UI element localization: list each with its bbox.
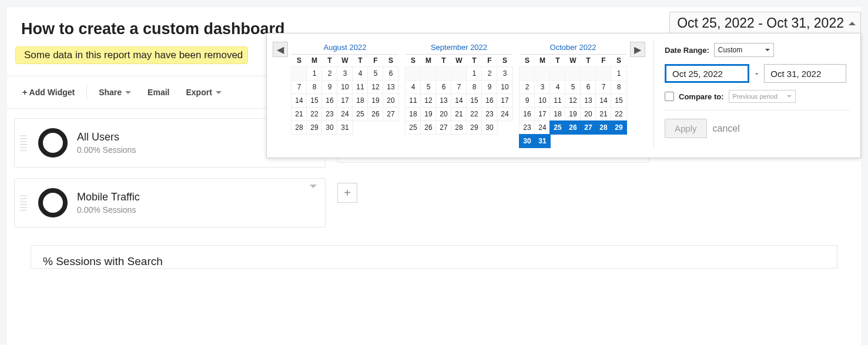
calendar-day[interactable]: 22 [466, 107, 482, 121]
calendar-day[interactable]: 28 [595, 120, 612, 135]
calendar-day[interactable]: 31 [534, 134, 551, 148]
calendar-day[interactable]: 9 [519, 93, 535, 108]
calendar-day[interactable]: 9 [481, 80, 498, 94]
calendar-day[interactable]: 11 [352, 80, 368, 94]
calendar-day[interactable]: 23 [519, 120, 535, 135]
calendar-next-button[interactable]: ▶ [630, 42, 645, 57]
calendar-day[interactable]: 1 [306, 66, 323, 81]
calendar-day[interactable]: 12 [420, 93, 437, 108]
calendar-day[interactable]: 10 [534, 93, 551, 108]
calendar-day[interactable]: 2 [321, 66, 338, 81]
calendar-day[interactable]: 21 [451, 107, 467, 121]
share-button[interactable]: Share [91, 88, 139, 97]
export-button[interactable]: Export [177, 88, 229, 97]
calendar-day[interactable]: 20 [383, 93, 399, 108]
calendar-day[interactable]: 29 [466, 120, 482, 135]
calendar-day[interactable]: 17 [534, 107, 551, 121]
calendar-day[interactable]: 8 [466, 80, 482, 94]
add-widget-placeholder-button[interactable]: + [337, 183, 357, 203]
calendar-day[interactable]: 25 [549, 120, 566, 135]
calendar-day[interactable]: 24 [497, 107, 513, 121]
calendar-day[interactable]: 2 [481, 66, 498, 81]
widget-mobile-traffic[interactable]: Mobile Traffic 0.00% Sessions [14, 178, 326, 227]
calendar-day[interactable]: 6 [435, 80, 452, 94]
daterange-mode-select[interactable]: Custom [714, 43, 774, 57]
calendar-day[interactable]: 7 [451, 80, 467, 94]
calendar-day[interactable]: 25 [405, 120, 421, 135]
calendar-day[interactable]: 23 [481, 107, 498, 121]
calendar-day[interactable]: 26 [367, 107, 384, 121]
chevron-down-icon[interactable] [310, 185, 317, 192]
apply-button[interactable]: Apply [665, 119, 707, 138]
drag-handle-icon[interactable] [18, 195, 29, 211]
calendar-day[interactable]: 29 [306, 120, 323, 135]
calendar-day[interactable]: 5 [420, 80, 437, 94]
calendar-day[interactable]: 13 [435, 93, 452, 108]
calendar-day[interactable]: 1 [611, 66, 627, 81]
calendar-day[interactable]: 22 [306, 107, 323, 121]
calendar-day[interactable]: 4 [405, 80, 421, 94]
calendar-day[interactable]: 10 [337, 80, 353, 94]
drag-handle-icon[interactable] [18, 135, 29, 151]
calendar-day[interactable]: 30 [321, 120, 338, 135]
calendar-day[interactable]: 30 [519, 134, 535, 148]
calendar-day[interactable]: 7 [595, 80, 612, 94]
calendar-day[interactable]: 30 [481, 120, 498, 135]
calendar-prev-button[interactable]: ◀ [273, 42, 288, 57]
calendar-day[interactable]: 15 [306, 93, 323, 108]
calendar-day[interactable]: 20 [435, 107, 452, 121]
calendar-day[interactable]: 3 [534, 80, 551, 94]
calendar-day[interactable]: 4 [549, 80, 566, 94]
widget-sessions-with-search[interactable]: % Sessions with Search [31, 245, 837, 269]
calendar-day[interactable]: 29 [611, 120, 627, 135]
calendar-day[interactable]: 19 [367, 93, 384, 108]
calendar-day[interactable]: 8 [306, 80, 323, 94]
calendar-day[interactable]: 22 [611, 107, 627, 121]
calendar-day[interactable]: 28 [451, 120, 467, 135]
calendar-day[interactable]: 11 [405, 93, 421, 108]
cancel-link[interactable]: cancel [713, 123, 740, 134]
calendar-day[interactable]: 13 [580, 93, 596, 108]
email-button[interactable]: Email [139, 88, 177, 97]
calendar-day[interactable]: 24 [534, 120, 551, 135]
calendar-day[interactable]: 1 [466, 66, 482, 81]
daterange-button[interactable]: Oct 25, 2022 - Oct 31, 2022 [669, 12, 861, 34]
calendar-day[interactable]: 12 [367, 80, 384, 94]
end-date-input[interactable]: Oct 31, 2022 [764, 64, 846, 83]
calendar-day[interactable]: 21 [291, 107, 307, 121]
calendar-day[interactable]: 14 [451, 93, 467, 108]
calendar-day[interactable]: 3 [337, 66, 353, 81]
calendar-day[interactable]: 15 [466, 93, 482, 108]
calendar-day[interactable]: 26 [420, 120, 437, 135]
calendar-day[interactable]: 18 [352, 93, 368, 108]
compare-checkbox[interactable] [665, 92, 674, 101]
calendar-day[interactable]: 27 [435, 120, 452, 135]
calendar-day[interactable]: 28 [291, 120, 307, 135]
calendar-day[interactable]: 31 [337, 120, 353, 135]
calendar-day[interactable]: 19 [420, 107, 437, 121]
calendar-day[interactable]: 15 [611, 93, 627, 108]
calendar-day[interactable]: 25 [352, 107, 368, 121]
calendar-day[interactable]: 14 [595, 93, 612, 108]
calendar-day[interactable]: 4 [352, 66, 368, 81]
calendar-day[interactable]: 21 [595, 107, 612, 121]
calendar-day[interactable]: 2 [519, 80, 535, 94]
calendar-day[interactable]: 11 [549, 93, 566, 108]
calendar-day[interactable]: 8 [611, 80, 627, 94]
calendar-day[interactable]: 24 [337, 107, 353, 121]
calendar-day[interactable]: 18 [405, 107, 421, 121]
calendar-day[interactable]: 10 [497, 80, 513, 94]
calendar-day[interactable]: 13 [383, 80, 399, 94]
calendar-day[interactable]: 6 [383, 66, 399, 81]
calendar-day[interactable]: 9 [321, 80, 338, 94]
calendar-day[interactable]: 16 [321, 93, 338, 108]
calendar-day[interactable]: 6 [580, 80, 596, 94]
calendar-day[interactable]: 5 [367, 66, 384, 81]
calendar-day[interactable]: 23 [321, 107, 338, 121]
calendar-day[interactable]: 27 [383, 107, 399, 121]
calendar-day[interactable]: 16 [481, 93, 498, 108]
calendar-day[interactable]: 17 [497, 93, 513, 108]
calendar-day[interactable]: 20 [580, 107, 596, 121]
start-date-input[interactable]: Oct 25, 2022 [665, 64, 749, 83]
calendar-day[interactable]: 16 [519, 107, 535, 121]
